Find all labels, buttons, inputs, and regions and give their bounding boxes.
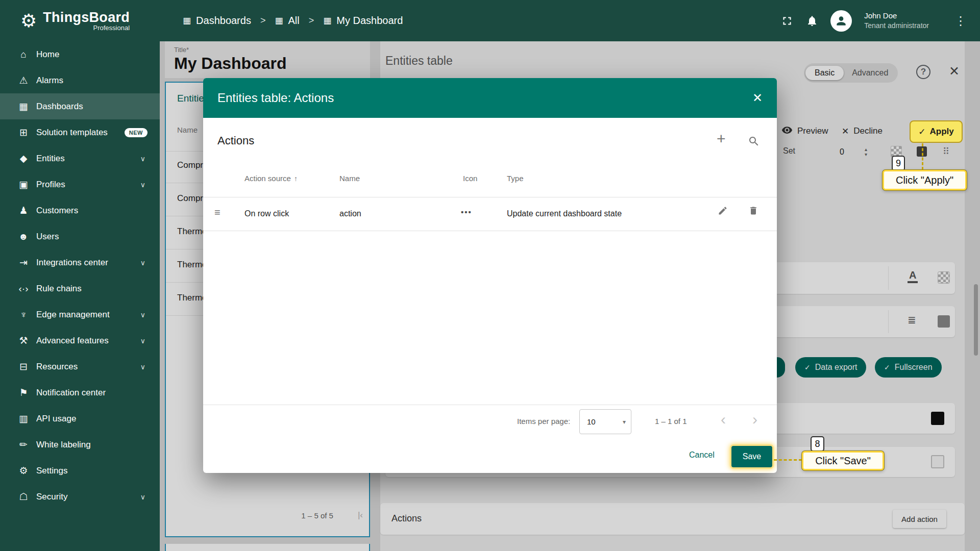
breadcrumb-separator: >	[260, 15, 266, 26]
edge-icon: ♆	[17, 309, 30, 320]
dashboard-grid-icon: ▦	[323, 15, 331, 26]
annotation-callout-save: Click "Save"	[802, 451, 884, 470]
dashboards-icon: ▦	[17, 101, 30, 112]
select-arrow-icon: ▾	[623, 418, 626, 425]
customers-icon: ♟	[17, 205, 30, 216]
dialog-section-title: Actions	[217, 134, 254, 147]
sidebar-item-label: Customers	[36, 206, 78, 216]
sidebar-item-label: Settings	[36, 466, 67, 476]
apply-label: Apply	[930, 127, 954, 137]
more-horiz-icon: •••	[461, 208, 472, 216]
sidebar-item-label: White labeling	[36, 440, 91, 450]
brand-logo[interactable]: ⚙ ThingsBoard Professional	[0, 10, 160, 32]
screen: ⚙ ThingsBoard Professional ▦ Dashboards …	[0, 0, 980, 551]
divider	[203, 197, 777, 197]
add-icon[interactable]: +	[717, 130, 726, 147]
breadcrumb-label: My Dashboard	[336, 15, 403, 27]
sidebar-item-label: Security	[36, 492, 67, 502]
prev-page-icon[interactable]: ‹	[721, 411, 726, 428]
sidebar-item-label: Users	[36, 232, 59, 242]
delete-trash-icon[interactable]	[748, 206, 758, 218]
column-header-type: Type	[507, 174, 524, 183]
chevron-down-icon: ∨	[140, 181, 145, 189]
sidebar-item-resources[interactable]: ⊟Resources∨	[0, 354, 160, 380]
fullscreen-icon[interactable]	[780, 14, 794, 28]
dashboard-grid-icon: ▦	[183, 15, 191, 26]
edit-pencil-icon[interactable]	[718, 206, 728, 218]
sidebar-item-users[interactable]: ☻Users	[0, 223, 160, 249]
save-button[interactable]: Save	[731, 446, 772, 467]
sidebar-item-profiles[interactable]: ▣Profiles∨	[0, 171, 160, 197]
chevron-down-icon: ∨	[140, 155, 145, 163]
close-icon[interactable]: ✕	[752, 91, 763, 105]
kebab-menu-icon[interactable]: ⋮	[954, 14, 967, 28]
sidebar-item-solution-templates[interactable]: ⊞Solution templatesNEW	[0, 119, 160, 145]
home-icon: ⌂	[17, 49, 30, 60]
breadcrumb-my-dashboard[interactable]: ▦ My Dashboard	[323, 15, 403, 27]
avatar[interactable]	[830, 10, 852, 32]
sidebar-item-white-labeling[interactable]: ✏White labeling	[0, 432, 160, 458]
integrations-icon: ⇥	[17, 257, 30, 268]
tools-icon: ⚒	[17, 335, 30, 346]
sidebar-item-notification-center[interactable]: ⚑Notification center	[0, 380, 160, 406]
sidebar-item-entities[interactable]: ◆Entities∨	[0, 145, 160, 171]
sidebar: ⌂Home ⚠Alarms ▦Dashboards ⊞Solution temp…	[0, 41, 160, 551]
search-icon[interactable]	[748, 135, 760, 149]
cancel-button[interactable]: Cancel	[689, 450, 715, 460]
chevron-down-icon: ∨	[140, 337, 145, 345]
dialog-header: Entities table: Actions ✕	[203, 78, 777, 118]
check-icon: ✓	[918, 127, 925, 137]
column-header-name: Name	[339, 174, 360, 183]
brand-name: ThingsBoard	[43, 10, 130, 26]
profiles-icon: ▣	[17, 179, 30, 190]
sidebar-item-dashboards[interactable]: ▦Dashboards	[0, 93, 160, 119]
action-name-cell: action	[339, 209, 361, 218]
sidebar-item-label: Home	[36, 49, 59, 60]
breadcrumb-label: Dashboards	[196, 15, 251, 27]
breadcrumb-dashboards[interactable]: ▦ Dashboards	[183, 15, 251, 27]
sidebar-item-label: Entities	[36, 154, 65, 164]
sidebar-item-label: Alarms	[36, 76, 63, 86]
sidebar-item-home[interactable]: ⌂Home	[0, 41, 160, 67]
items-per-page-select[interactable]: 10 ▾	[579, 409, 631, 434]
sidebar-item-api-usage[interactable]: ▥API usage	[0, 406, 160, 432]
sidebar-item-label: Dashboards	[36, 102, 83, 112]
sidebar-item-security[interactable]: ☖Security∨	[0, 484, 160, 510]
rule-chains-icon: ‹·›	[17, 283, 30, 294]
users-icon: ☻	[17, 231, 30, 242]
annotation-step-number: 9	[892, 156, 905, 171]
apply-button[interactable]: ✓ Apply	[910, 120, 963, 143]
sidebar-item-edge-management[interactable]: ♆Edge management∨	[0, 302, 160, 328]
top-bar: ⚙ ThingsBoard Professional ▦ Dashboards …	[0, 0, 980, 41]
divider	[203, 405, 777, 405]
user-block: John Doe Tenant administrator	[864, 11, 929, 31]
breadcrumb: ▦ Dashboards > ▦ All > ▦ My Dashboard	[183, 15, 403, 27]
sidebar-item-advanced-features[interactable]: ⚒Advanced features∨	[0, 328, 160, 354]
annotation-connector	[922, 143, 923, 170]
breadcrumb-label: All	[288, 15, 299, 27]
column-header-action-source[interactable]: Action source ↑	[244, 174, 298, 183]
chart-icon: ▥	[17, 413, 30, 424]
user-role: Tenant administrator	[864, 21, 929, 31]
flag-icon: ⚑	[17, 387, 30, 398]
next-page-icon[interactable]: ›	[752, 411, 757, 428]
sidebar-item-alarms[interactable]: ⚠Alarms	[0, 67, 160, 93]
brand-edition: Professional	[93, 24, 130, 32]
thingsboard-logo-icon: ⚙	[20, 12, 37, 30]
sidebar-item-label: Notification center	[36, 388, 106, 398]
sidebar-item-label: Solution templates	[36, 128, 108, 138]
drag-handle-icon[interactable]: ≡	[214, 207, 220, 218]
user-name: John Doe	[864, 11, 929, 21]
chevron-down-icon: ∨	[140, 363, 145, 371]
sidebar-item-customers[interactable]: ♟Customers	[0, 197, 160, 223]
sidebar-item-rule-chains[interactable]: ‹·›Rule chains	[0, 276, 160, 302]
new-badge: NEW	[125, 128, 148, 137]
breadcrumb-all[interactable]: ▦ All	[275, 15, 299, 27]
action-type-cell: Update current dashboard state	[507, 209, 622, 218]
sidebar-item-settings[interactable]: ⚙Settings	[0, 458, 160, 484]
column-header-icon: Icon	[463, 174, 477, 183]
shield-icon: ☖	[17, 491, 30, 503]
notifications-bell-icon[interactable]	[806, 15, 818, 27]
sidebar-item-integrations-center[interactable]: ⇥Integrations center∨	[0, 249, 160, 276]
annotation-connector	[774, 459, 802, 461]
